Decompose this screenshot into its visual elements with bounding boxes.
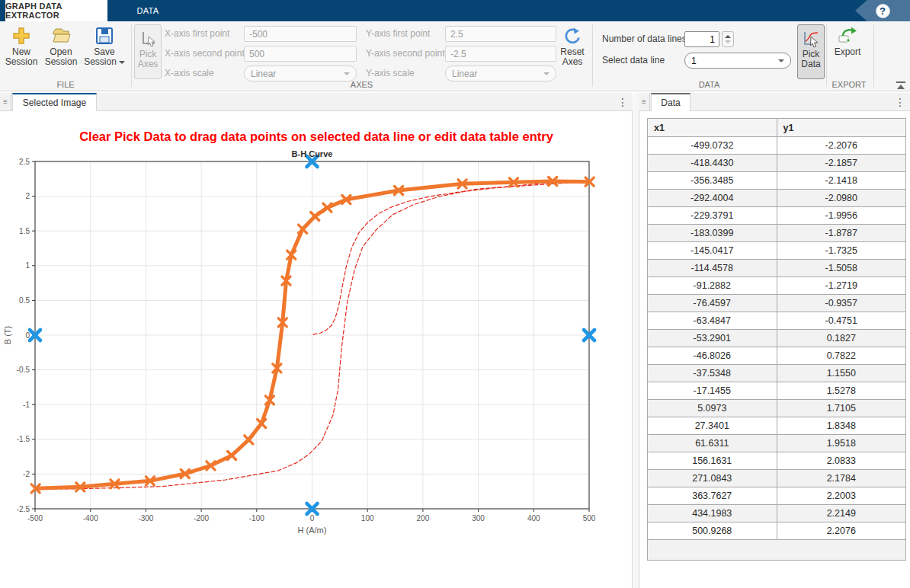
table-cell[interactable]: 1.8348: [777, 417, 905, 435]
table-cell[interactable]: 0.1827: [777, 330, 905, 347]
table-cell[interactable]: -292.4004: [648, 190, 777, 207]
table-cell[interactable]: -418.4430: [648, 155, 777, 172]
table-cell[interactable]: 434.1983: [648, 505, 777, 522]
table-cell[interactable]: 61.6311: [648, 435, 777, 452]
chevron-down-icon: [778, 59, 784, 62]
table-cell[interactable]: -1.8787: [777, 225, 905, 242]
axes-section-label: AXES: [131, 79, 592, 90]
help-button[interactable]: ?: [855, 0, 910, 21]
table-row: -63.4847-0.4751: [648, 312, 906, 330]
pick-data-icon: [802, 28, 820, 50]
table-row: -356.3485-2.1418: [648, 172, 906, 190]
y-first-input[interactable]: [445, 26, 556, 42]
table-cell[interactable]: -499.0732: [648, 137, 777, 155]
tab-selected-image[interactable]: Selected Image: [12, 93, 97, 111]
table-cell[interactable]: -0.4751: [777, 312, 905, 330]
bh-curve-plot[interactable]: -500-400-300-200-1000100200300400500-2.5…: [0, 111, 633, 588]
tab-data-panel[interactable]: Data: [651, 93, 691, 111]
chevron-down-icon: [344, 72, 350, 75]
table-cell[interactable]: -145.0417: [648, 242, 777, 260]
table-cell[interactable]: -63.4847: [648, 312, 777, 330]
table-cell[interactable]: 2.2149: [777, 505, 905, 522]
spinner-down-icon[interactable]: [725, 40, 731, 43]
table-cell[interactable]: 363.7627: [648, 487, 777, 505]
table-cell[interactable]: -1.9956: [777, 207, 905, 225]
y-second-input[interactable]: [445, 46, 556, 62]
table-cell[interactable]: -76.4597: [648, 295, 777, 312]
table-cell[interactable]: -46.8026: [648, 347, 777, 365]
table-cell[interactable]: 27.3401: [648, 417, 777, 435]
table-cell[interactable]: -0.9357: [777, 295, 905, 312]
num-data-lines-input[interactable]: [684, 31, 719, 47]
table-cell[interactable]: 0.7822: [777, 347, 905, 365]
table-row: 500.92682.2076: [648, 522, 906, 540]
table-cell[interactable]: -53.2901: [648, 330, 777, 347]
tab-graph-data-extractor[interactable]: GRAPH DATA EXTRACTOR: [5, 0, 107, 21]
x-second-label: X-axis second point: [165, 46, 245, 61]
table-cell[interactable]: 500.9268: [648, 522, 777, 540]
minimize-toolstrip-icon[interactable]: [896, 79, 905, 88]
table-cell[interactable]: -2.1418: [777, 172, 905, 190]
save-session-dropdown-icon[interactable]: [119, 61, 125, 64]
table-cell[interactable]: 2.1784: [777, 470, 905, 487]
instruction-text: Clear Pick Data to drag data points on s…: [0, 129, 633, 144]
empty-table-row[interactable]: [648, 540, 906, 561]
table-cell[interactable]: 5.0973: [648, 400, 777, 417]
table-cell[interactable]: 156.1631: [648, 452, 777, 470]
x-tick-label: -100: [249, 514, 264, 522]
save-session-button[interactable]: Save Session: [82, 24, 127, 79]
reset-axes-button[interactable]: Reset Axes: [553, 24, 591, 79]
table-cell[interactable]: -2.2076: [777, 137, 905, 155]
x-tick-label: -400: [83, 514, 98, 522]
table-cell[interactable]: 271.0843: [648, 470, 777, 487]
y-tick-label: -1: [23, 401, 30, 409]
x-first-input[interactable]: [244, 26, 357, 42]
x-tick-label: -200: [194, 514, 209, 522]
panel-splitter[interactable]: [633, 93, 639, 588]
select-data-line-combo[interactable]: 1: [684, 53, 791, 69]
y-tick-label: 2.5: [19, 158, 30, 166]
table-cell[interactable]: 1.9518: [777, 435, 905, 452]
table-cell[interactable]: -229.3791: [648, 207, 777, 225]
select-data-line-label: Select data line: [602, 53, 665, 68]
tab-data[interactable]: DATA: [114, 0, 181, 21]
num-data-lines-stepper[interactable]: [722, 31, 734, 47]
table-cell[interactable]: 2.0833: [777, 452, 905, 470]
open-session-button[interactable]: Open Session: [43, 24, 79, 79]
pick-data-button[interactable]: Pick Data: [797, 24, 825, 79]
panel-menu-icon[interactable]: ⋮: [617, 93, 628, 111]
table-cell[interactable]: -2.0980: [777, 190, 905, 207]
table-cell[interactable]: -1.7325: [777, 242, 905, 260]
export-button[interactable]: Export: [829, 24, 866, 79]
table-cell[interactable]: -17.1455: [648, 382, 777, 400]
panel-menu-icon[interactable]: ⋮: [895, 93, 905, 111]
table-cell[interactable]: -1.2719: [777, 277, 905, 295]
table-cell[interactable]: 2.2003: [777, 487, 905, 505]
table-cell[interactable]: 1.5278: [777, 382, 905, 400]
table-cell[interactable]: -91.2882: [648, 277, 777, 295]
table-cell[interactable]: 2.2076: [777, 522, 905, 540]
x-tick-label: 0: [310, 514, 315, 522]
table-cell[interactable]: -37.5348: [648, 365, 777, 382]
panel-grip-icon[interactable]: ≡: [0, 93, 11, 110]
new-session-button[interactable]: New Session: [3, 24, 40, 79]
table-cell[interactable]: 1.1550: [777, 365, 905, 382]
x-tick-label: 400: [527, 514, 540, 522]
table-cell[interactable]: -114.4578: [648, 260, 777, 277]
table-cell[interactable]: -356.3485: [648, 172, 777, 190]
panel-grip-icon[interactable]: ≡: [639, 93, 650, 110]
table-cell[interactable]: -1.5058: [777, 260, 905, 277]
selected-image-panel-tabbar: ≡ Selected Image ⋮: [0, 93, 633, 111]
x-second-input[interactable]: [244, 46, 357, 62]
table-row: 5.09731.7105: [648, 400, 906, 417]
table-row: -292.4004-2.0980: [648, 190, 906, 207]
table-cell[interactable]: 1.7105: [777, 400, 905, 417]
spinner-up-icon[interactable]: [725, 35, 731, 38]
table-row: -76.4597-0.9357: [648, 295, 906, 312]
table-cell[interactable]: -2.1857: [777, 155, 905, 172]
pick-axes-button[interactable]: Pick Axes: [134, 24, 162, 79]
y-tick-label: -1.5: [17, 435, 30, 443]
table-cell[interactable]: -183.0399: [648, 225, 777, 242]
save-session-icon: [95, 24, 114, 47]
y-axis-label: B (T): [3, 326, 12, 344]
